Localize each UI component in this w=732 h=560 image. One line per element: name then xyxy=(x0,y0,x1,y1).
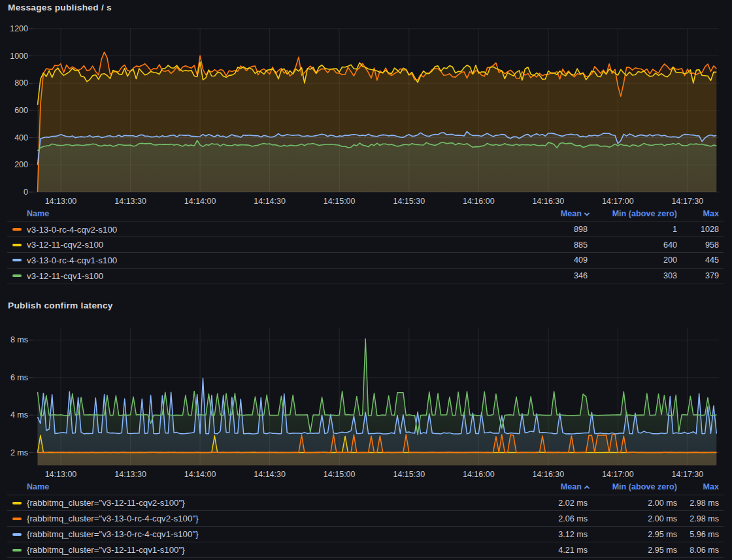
svg-text:14:15:30: 14:15:30 xyxy=(393,470,425,479)
svg-text:14:17:30: 14:17:30 xyxy=(672,470,704,479)
svg-text:14:16:30: 14:16:30 xyxy=(533,470,565,479)
svg-text:1200: 1200 xyxy=(10,24,28,33)
svg-text:8 ms: 8 ms xyxy=(10,335,28,344)
svg-text:14:14:30: 14:14:30 xyxy=(254,470,286,479)
svg-text:6 ms: 6 ms xyxy=(10,373,28,382)
svg-text:4 ms: 4 ms xyxy=(10,410,28,420)
svg-text:2 ms: 2 ms xyxy=(10,448,28,457)
svg-text:14:16:00: 14:16:00 xyxy=(463,470,495,479)
svg-text:14:15:00: 14:15:00 xyxy=(324,470,356,479)
svg-text:14:13:00: 14:13:00 xyxy=(45,470,77,479)
svg-text:14:14:00: 14:14:00 xyxy=(184,470,216,479)
svg-text:14:17:00: 14:17:00 xyxy=(602,470,634,479)
svg-text:1000: 1000 xyxy=(10,52,28,61)
svg-text:14:13:30: 14:13:30 xyxy=(114,470,146,479)
